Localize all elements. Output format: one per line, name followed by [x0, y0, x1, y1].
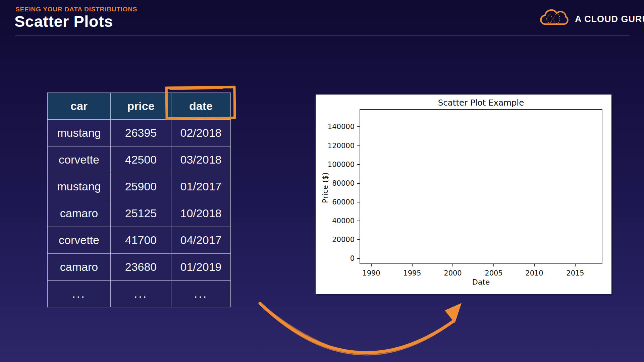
cell-car: camaro	[48, 254, 111, 281]
cell-car: corvette	[48, 146, 111, 173]
chart-title: Scatter Plot Example	[438, 98, 524, 108]
y-tick-label: 60000	[332, 198, 355, 206]
cell-price: 25900	[111, 173, 171, 200]
x-axis-label: Date	[472, 278, 490, 286]
y-tick-marks	[357, 127, 360, 258]
x-tick-label: 2005	[485, 269, 502, 277]
cell-price: 25125	[111, 200, 171, 227]
y-tick-labels: 140000 120000 100000 80000 60000 40000 2…	[328, 123, 355, 262]
cell-car: mustang	[48, 120, 111, 146]
scatter-plot-figure: Scatter Plot Example 140000 120000 10000…	[316, 95, 611, 294]
y-tick-label: 120000	[328, 142, 355, 150]
x-tick-label: 1995	[403, 269, 421, 277]
cell-date: 04/2017	[171, 227, 231, 254]
y-tick-label: 100000	[328, 161, 355, 169]
header-divider	[15, 35, 630, 36]
chart-axes-box	[360, 110, 602, 264]
cell-ellipsis: ...	[111, 281, 171, 307]
column-header-car: car	[48, 93, 111, 120]
table-header-row: car price date	[48, 93, 231, 120]
brand-logo: A CLOUD GURU	[539, 9, 644, 29]
cell-ellipsis: ...	[48, 281, 111, 307]
cell-price: 23680	[111, 254, 171, 281]
table-row: camaro 23680 01/2019	[48, 254, 231, 281]
table-row: mustang 26395 02/2018	[48, 120, 231, 146]
cell-price: 42500	[111, 146, 171, 173]
table-row-ellipsis: ... ... ...	[48, 281, 231, 307]
x-tick-label: 2010	[525, 269, 543, 277]
table-row: mustang 25900 01/2017	[48, 173, 231, 200]
x-tick-label: 2015	[566, 269, 584, 277]
x-tick-label: 1990	[362, 269, 380, 277]
arrow-annotation	[248, 295, 496, 362]
cell-car: mustang	[48, 173, 111, 200]
cell-car: camaro	[48, 200, 111, 227]
cell-date: 01/2017	[171, 173, 231, 200]
cell-car: corvette	[48, 227, 111, 254]
y-tick-label: 140000	[328, 123, 355, 131]
y-tick-label: 0	[350, 254, 355, 262]
cell-price: 26395	[111, 120, 171, 146]
y-tick-label: 80000	[332, 179, 355, 187]
table-row: camaro 25125 10/2018	[48, 200, 231, 227]
page-title: Scatter Plots	[14, 12, 113, 31]
scatter-plot-svg: Scatter Plot Example 140000 120000 10000…	[316, 95, 611, 294]
cell-date: 02/2018	[171, 120, 231, 146]
x-tick-label: 2000	[444, 269, 462, 277]
cell-date: 10/2018	[171, 200, 231, 227]
y-axis-label: Price ($)	[321, 172, 329, 203]
car-price-table: car price date mustang 26395 02/2018 cor…	[47, 93, 231, 307]
brand-name: A CLOUD GURU	[575, 14, 644, 24]
column-header-date: date	[171, 93, 231, 120]
cloud-logo-icon	[539, 9, 570, 29]
table-row: corvette 41700 04/2017	[48, 227, 231, 254]
x-tick-labels: 1990 1995 2000 2005 2010 2015	[362, 269, 584, 277]
slide: { "header": { "eyebrow": "SEEING YOUR DA…	[0, 0, 644, 362]
cell-date: 01/2019	[171, 254, 231, 281]
column-header-price: price	[111, 93, 171, 120]
arrow-icon	[248, 295, 496, 362]
y-tick-label: 20000	[332, 236, 355, 244]
y-tick-label: 40000	[332, 217, 355, 225]
cell-price: 41700	[111, 227, 171, 254]
cell-date: 03/2018	[171, 146, 231, 173]
table-row: corvette 42500 03/2018	[48, 146, 231, 173]
x-tick-marks	[371, 264, 575, 266]
cell-ellipsis: ...	[171, 281, 231, 307]
